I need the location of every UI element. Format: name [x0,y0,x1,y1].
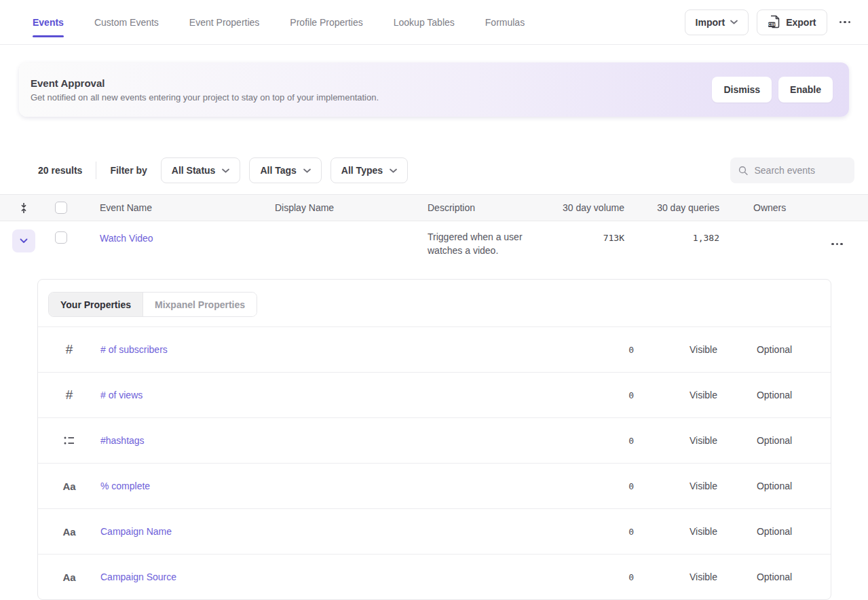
property-count: 0 [593,572,634,582]
search-input[interactable] [754,165,846,176]
banner-title: Event Approval [31,77,379,89]
event-approval-banner: Event Approval Get notified on all new e… [19,62,849,117]
event-30-day-volume: 713K [556,221,624,243]
property-count: 0 [593,436,634,446]
row-more-options-button[interactable] [827,243,847,246]
property-name-link[interactable]: # of views [100,390,593,400]
property-visibility: Visible [671,571,736,582]
import-label: Import [696,17,725,28]
property-row: # # of views 0 Visible Optional [38,372,831,417]
event-properties-panel: Your Properties Mixpanel Properties # # … [37,279,831,600]
tab-label: Lookup Tables [394,17,455,28]
tab-label: Custom Events [94,17,159,28]
tab-custom-events[interactable]: Custom Events [94,12,159,33]
header-event-name: Event Name [100,202,275,213]
text-icon: Aa [62,571,75,583]
number-icon: # [66,342,73,357]
text-icon: Aa [62,526,75,538]
property-row: Aa Campaign Name 0 Visible Optional [38,508,831,554]
enable-button[interactable]: Enable [778,77,833,102]
property-count: 0 [593,345,634,355]
property-visibility: Visible [671,344,736,355]
filter-by-label: Filter by [110,165,147,176]
property-name-link[interactable]: #hashtags [100,435,593,446]
chevron-down-icon [390,168,397,173]
chevron-down-icon [730,20,738,24]
dismiss-button[interactable]: Dismiss [712,77,772,102]
results-count: 20 results [38,165,82,176]
property-requirement: Optional [737,390,812,400]
property-count: 0 [593,527,634,537]
chevron-down-icon [222,168,229,173]
export-label: Export [786,17,816,28]
tab-lookup-tables[interactable]: Lookup Tables [394,12,455,33]
top-nav: Events Custom Events Event Properties Pr… [0,0,868,45]
header-display-name: Display Name [275,202,428,213]
number-icon: # [66,388,73,402]
tags-filter-value: All Tags [260,165,296,176]
tags-filter-dropdown[interactable]: All Tags [249,157,321,183]
divider [96,162,96,179]
property-count: 0 [593,481,634,491]
tab-label: Event Properties [189,17,260,28]
property-requirement: Optional [737,481,812,491]
header-owners: Owners [719,202,801,213]
header-description: Description [428,202,556,213]
types-filter-value: All Types [341,165,383,176]
property-name-link[interactable]: Campaign Source [100,571,593,582]
property-row: Aa Campaign Source 0 Visible Optional [38,554,831,599]
csv-file-icon: CSV [768,15,780,29]
chevron-down-icon [303,168,311,173]
properties-tab-group: Your Properties Mixpanel Properties [48,292,257,317]
tab-label: Profile Properties [290,17,362,28]
status-filter-value: All Status [172,165,216,176]
status-filter-dropdown[interactable]: All Status [161,157,241,183]
event-30-day-queries: 1,382 [624,221,719,243]
export-button[interactable]: CSV Export [757,10,827,35]
search-icon [738,165,748,176]
filter-bar: 20 results Filter by All Status All Tags… [38,157,854,183]
tab-event-properties[interactable]: Event Properties [189,12,260,33]
tab-formulas[interactable]: Formulas [485,12,525,33]
list-icon [64,436,75,445]
collapse-row-button[interactable] [12,229,35,252]
property-count: 0 [593,390,634,400]
tab-your-properties[interactable]: Your Properties [49,293,143,316]
search-box [730,157,854,183]
select-all-checkbox[interactable] [55,202,67,214]
tab-label: Events [33,17,64,28]
more-options-icon [839,21,851,24]
table-row: Watch Video Triggered when a user watche… [0,221,868,269]
chevron-down-icon [20,238,28,244]
text-icon: Aa [62,481,75,492]
banner-description: Get notified on all new events entering … [31,92,379,102]
tab-label: Formulas [485,17,525,28]
import-button[interactable]: Import [685,10,749,35]
collapse-all-icon[interactable] [19,202,29,214]
property-visibility: Visible [671,435,736,446]
more-options-icon [831,243,843,246]
nav-tabs: Events Custom Events Event Properties Pr… [33,12,525,33]
property-name-link[interactable]: Campaign Name [100,526,593,537]
event-description: Triggered when a user watches a video. [428,221,556,257]
tab-profile-properties[interactable]: Profile Properties [290,12,362,33]
nav-more-options-button[interactable] [835,21,855,24]
property-row: #hashtags 0 Visible Optional [38,417,831,463]
property-requirement: Optional [737,435,812,446]
header-30-day-volume: 30 day volume [556,202,624,213]
property-visibility: Visible [671,390,736,400]
property-name-link[interactable]: # of subscribers [100,344,593,355]
property-requirement: Optional [737,571,812,582]
event-name-link[interactable]: Watch Video [100,221,275,244]
property-row: # # of subscribers 0 Visible Optional [38,326,831,372]
svg-text:CSV: CSV [768,22,776,26]
property-row: Aa % complete 0 Visible Optional [38,463,831,508]
row-checkbox[interactable] [55,231,67,244]
property-name-link[interactable]: % complete [100,481,593,491]
types-filter-dropdown[interactable]: All Types [331,157,408,183]
property-requirement: Optional [737,526,812,537]
tab-mixpanel-properties[interactable]: Mixpanel Properties [143,293,257,316]
tab-events[interactable]: Events [33,12,64,33]
table-header: Event Name Display Name Description 30 d… [0,194,868,221]
property-visibility: Visible [671,481,736,491]
